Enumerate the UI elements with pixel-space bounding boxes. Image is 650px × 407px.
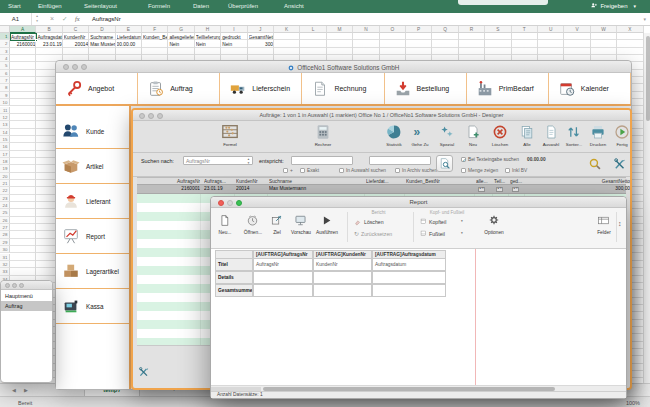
grid-row-label-details[interactable]: Details: [215, 271, 253, 284]
column-header-Q[interactable]: Q: [432, 26, 458, 33]
sheet-cell-data[interactable]: Nein: [222, 41, 246, 48]
fill-handle[interactable]: [35, 39, 38, 42]
toolbar-button-rechnung[interactable]: Rechnung: [302, 73, 384, 104]
sheet-cell-data[interactable]: Max Muster: [90, 41, 114, 48]
close-button[interactable]: [5, 283, 10, 288]
sheet-cell-data[interactable]: 20014: [64, 41, 88, 48]
report-tool-neu[interactable]: [218, 214, 232, 228]
row-header-6[interactable]: 6: [0, 70, 10, 77]
column-header-I[interactable]: I: [221, 26, 247, 33]
ribbon-tab-start[interactable]: Start: [8, 3, 21, 9]
fussteil-button[interactable]: Fußteil: [420, 230, 445, 237]
sheet-cell-data[interactable]: Nein: [169, 41, 193, 48]
insert-function-icon[interactable]: fx: [75, 15, 80, 22]
row-stepper[interactable]: ▲▼: [496, 187, 503, 193]
row-header-30[interactable]: 30: [0, 246, 10, 253]
search-value-input[interactable]: [291, 156, 353, 165]
grid-row-label-titel[interactable]: Titel: [215, 258, 253, 271]
sheet-cell-data[interactable]: Nein: [196, 41, 220, 48]
orders-tool-spezial[interactable]: [439, 124, 455, 141]
ribbon-tab-einfügen[interactable]: Einfügen: [38, 3, 62, 9]
row-header-17[interactable]: 17: [0, 151, 10, 158]
sheet-cell-header[interactable]: Suchname: [90, 34, 114, 41]
column-header-C[interactable]: C: [63, 26, 89, 33]
menu-item-hauptmenü[interactable]: Hauptmenü: [1, 291, 52, 301]
menu-item-auftrag[interactable]: Auftrag: [1, 301, 52, 311]
name-box-stepper[interactable]: ▲▼: [33, 14, 41, 24]
bericht-loeschen-button[interactable]: Löschen: [354, 218, 384, 226]
row-header-22[interactable]: 22: [0, 187, 10, 194]
page-search-button[interactable]: [436, 155, 453, 172]
column-header-F[interactable]: F: [142, 26, 168, 33]
search-field-dropdown[interactable]: AuftragsNr▲ ▼: [183, 156, 253, 165]
row-header-32[interactable]: 32: [0, 261, 10, 268]
report-tool-ziel[interactable]: [270, 214, 284, 228]
toolbar-button-bestellung[interactable]: Bestellung: [385, 73, 467, 104]
orders-tool-fertig[interactable]: [614, 124, 630, 141]
column-header-J[interactable]: J: [248, 26, 274, 33]
column-header-D[interactable]: D: [89, 26, 115, 33]
checkbox-in-auswahl-suchen[interactable]: [339, 168, 344, 173]
orders-tool-auswahl[interactable]: [543, 124, 559, 141]
row-header-25[interactable]: 25: [0, 209, 10, 216]
toolbar-button-kalender[interactable]: Kalender: [549, 73, 631, 104]
sidebar-item-lieferant[interactable]: Lieferant: [56, 184, 129, 219]
ribbon-tab-daten[interactable]: Daten: [193, 3, 209, 9]
row-header-27[interactable]: 27: [0, 224, 10, 231]
row-header-14[interactable]: 14: [0, 129, 10, 136]
report-tool-vorschau[interactable]: [294, 214, 308, 228]
sidebar-item-artikel[interactable]: Artikel: [56, 149, 129, 184]
vertical-scrollbar[interactable]: [643, 33, 650, 383]
column-header-U[interactable]: U: [538, 26, 564, 33]
row-header-15[interactable]: 15: [0, 136, 10, 143]
row-header-16[interactable]: 16: [0, 143, 10, 150]
row-header-11[interactable]: 11: [0, 107, 10, 114]
sheet-cell-header[interactable]: Kunden_Bes: [143, 34, 167, 41]
row-stepper[interactable]: ▲▼: [512, 187, 519, 193]
grid-cell[interactable]: [253, 271, 313, 284]
row-header-1[interactable]: 1: [0, 33, 10, 40]
menu-window-titlebar[interactable]: [1, 281, 52, 290]
row-header-31[interactable]: 31: [0, 254, 10, 261]
formula-input[interactable]: AuftragsNr: [92, 16, 121, 22]
column-header-P[interactable]: P: [406, 26, 432, 33]
row-header-7[interactable]: 7: [0, 77, 10, 84]
row-header-5[interactable]: 5: [0, 62, 10, 69]
tools-icon[interactable]: [613, 157, 627, 171]
toolbar-button-angebot[interactable]: Angebot: [56, 73, 138, 104]
sheet-cell-data[interactable]: 2160001: [11, 41, 35, 48]
select-all-corner[interactable]: [0, 26, 10, 33]
grid-cell[interactable]: KundenNr: [313, 258, 372, 271]
row-header-28[interactable]: 28: [0, 231, 10, 238]
toolbar-button-primbedarf[interactable]: PrimBedarf: [467, 73, 549, 104]
formula-enter-icon[interactable]: ✓: [62, 15, 67, 23]
maximize-button[interactable]: [19, 283, 24, 288]
sheet-cell-header[interactable]: Lieferdatum: [117, 34, 141, 41]
grid-row-label-gesamtsumme[interactable]: Gesamtsumme: [215, 284, 253, 297]
orders-table-selected-row[interactable]: 216000123.01.1920014Max Mustermann▲▼▲▼▲▼…: [137, 185, 626, 194]
grid-cell[interactable]: [313, 284, 372, 297]
next-sheet-button[interactable]: ▶: [24, 387, 28, 393]
row-header-26[interactable]: 26: [0, 217, 10, 224]
felder-button[interactable]: [597, 214, 610, 228]
grid-cell[interactable]: Auftragsdatum: [372, 258, 446, 271]
report-tool-ausführen[interactable]: [320, 214, 334, 228]
report-tool-öffnen[interactable]: [246, 214, 260, 228]
prev-sheet-button[interactable]: ◀: [12, 387, 16, 393]
orders-window-titlebar[interactable]: Aufträge: 1 von 1 in Auswahl (1 markiert…: [133, 110, 630, 121]
orders-tool-löschen[interactable]: [492, 124, 508, 141]
column-header-B[interactable]: B: [36, 26, 62, 33]
bericht-zuruecksetzen-button[interactable]: ↻Zurücksetzen: [354, 230, 392, 237]
checkbox-menge-zeigen[interactable]: [461, 168, 466, 173]
column-header-T[interactable]: T: [512, 26, 538, 33]
minimize-button[interactable]: [12, 283, 17, 288]
sheet-cell-header[interactable]: GesamtNetto: [249, 34, 273, 41]
row-header-23[interactable]: 23: [0, 195, 10, 202]
column-header-R[interactable]: R: [459, 26, 485, 33]
orders-tool-sortier[interactable]: [566, 124, 582, 141]
ribbon-tab-seitenlayout[interactable]: Seitenlayout: [84, 3, 117, 9]
column-header-K[interactable]: K: [274, 26, 300, 33]
ribbon-collapse-icon[interactable]: ▾: [643, 16, 646, 22]
column-header-S[interactable]: S: [485, 26, 511, 33]
column-header-M[interactable]: M: [327, 26, 353, 33]
